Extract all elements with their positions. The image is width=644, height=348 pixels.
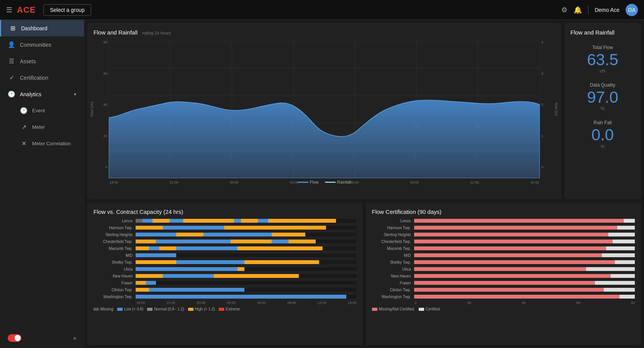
capacity-bar-segment <box>258 219 268 223</box>
flow-certification-title: Flow Certification (90 days) <box>372 208 635 215</box>
cert-bar-white <box>602 253 635 257</box>
capacity-bar-segment <box>170 219 183 223</box>
cert-x-80: 80 <box>631 301 635 305</box>
sidebar-item-communities[interactable]: 👤 Communities <box>0 36 84 53</box>
capacity-row-label: Washington Twp. <box>93 295 136 299</box>
bottom-section: Flow vs. Contract Capacity (24 hrs) Leno… <box>87 202 641 345</box>
cert-x-0: 0 <box>415 301 417 305</box>
cert-bar-white <box>611 274 635 278</box>
capacity-bar-segment <box>176 260 244 264</box>
sidebar-item-meter-correlation[interactable]: ✕ Meter Correlation <box>0 135 84 152</box>
capacity-bar-container <box>136 233 357 236</box>
flow-area <box>109 100 540 178</box>
cert-bar-red <box>414 219 624 223</box>
certification-bar-container <box>414 295 635 299</box>
cap-x-09: 09:00 <box>287 301 296 305</box>
stat-total-flow-unit: cfs <box>570 69 635 73</box>
capacity-bar-segment <box>136 240 156 243</box>
capacity-bar-row: Chesterfield Twp. <box>93 239 357 244</box>
capacity-bar-segment <box>288 240 316 243</box>
flow-certification-chart: LenoxHarrison Twp.Sterling HeightsCheste… <box>372 218 635 311</box>
legend-missing-swatch <box>93 308 99 311</box>
stat-rainfall-unit: in <box>570 144 635 148</box>
select-group-button[interactable]: Select a group <box>43 4 91 16</box>
dashboard-icon: ⊞ <box>9 25 16 32</box>
flow-stats: Total Flow 63.5 cfs Data Quality 97.0 % … <box>570 45 635 148</box>
stat-data-quality-unit: % <box>570 106 635 111</box>
flow-capacity-panel: Flow vs. Contract Capacity (24 hrs) Leno… <box>87 202 363 345</box>
capacity-bar-segment <box>234 219 241 223</box>
legend-extreme-swatch <box>219 308 224 311</box>
capacity-bar-row: New Haven <box>93 273 357 279</box>
capacity-bar-segment <box>136 233 176 236</box>
sidebar-item-event[interactable]: 🕐 Event <box>0 102 84 119</box>
sidebar-item-label: Assets <box>20 58 36 64</box>
cert-bar-red <box>414 274 611 278</box>
y-left-20: 20 <box>103 134 107 138</box>
cert-missing-label: Missing/Not Certified <box>379 307 414 311</box>
capacity-row-label: Shelby Twp. <box>93 260 136 264</box>
avatar: DA <box>626 4 638 16</box>
collapse-button[interactable]: « <box>73 335 76 341</box>
sidebar-item-assets[interactable]: ☰ Assets <box>0 53 84 69</box>
capacity-bar-segment <box>136 253 176 257</box>
stat-data-quality: Data Quality 97.0 % <box>570 82 635 111</box>
capacity-row-label: Utica <box>93 267 136 271</box>
capacity-bar-row: Utica <box>93 266 357 272</box>
stat-total-flow: Total Flow 63.5 cfs <box>570 45 635 73</box>
capacity-row-label: Macomb Twp. <box>93 246 136 251</box>
cert-x-axis: 0 20 40 60 80 <box>372 301 635 305</box>
certification-bar-container <box>414 267 635 271</box>
legend-high-label: High (> 1.2) <box>195 307 215 311</box>
sidebar-item-meter[interactable]: ↗ Meter <box>0 119 84 135</box>
certification-bar-container <box>414 253 635 257</box>
capacity-row-label: Clinton Twp. <box>93 288 136 292</box>
capacity-bar-row: Sterling Heights <box>93 232 357 237</box>
sidebar-item-label: Analytics <box>20 91 41 97</box>
certification-row-label: MID <box>372 253 414 258</box>
toggle-switch[interactable] <box>8 334 21 342</box>
cert-bar-white <box>617 226 635 230</box>
sidebar-item-certification[interactable]: ✓ Certification <box>0 69 84 86</box>
certification-bar-container <box>414 288 635 292</box>
sidebar-item-dashboard[interactable]: ⊞ Dashboard <box>0 20 84 36</box>
stat-total-flow-label: Total Flow <box>570 45 635 50</box>
menu-icon[interactable]: ☰ <box>6 6 12 14</box>
legend-high: High (> 1.2) <box>188 307 215 311</box>
certification-bar-container <box>414 233 635 236</box>
y-right-2: 2 <box>541 103 543 107</box>
topbar-divider <box>588 5 588 15</box>
sidebar-item-label: Meter <box>32 124 45 130</box>
certification-row-label: Lenox <box>372 219 414 223</box>
certification-row-label: New Haven <box>372 274 414 278</box>
y-left-0: 0 <box>105 165 107 169</box>
x-label-03: 03:00 <box>290 181 299 184</box>
certification-row-label: Harrison Twp. <box>372 226 414 230</box>
legend-low-label: Low (< 0.8) <box>124 307 143 311</box>
legend-extreme: Extreme <box>219 307 240 311</box>
cert-x-60: 60 <box>577 301 580 305</box>
user-name: Demo Ace <box>595 7 619 13</box>
cert-x-20: 20 <box>467 301 471 305</box>
capacity-bar-segment <box>176 233 203 236</box>
stat-rainfall: Rain Fall 0.0 in <box>570 120 635 148</box>
certification-row-label: Shelby Twp. <box>372 260 414 264</box>
sidebar-item-analytics[interactable]: 🕐 Analytics ▾ <box>0 86 84 102</box>
legend-normal-swatch <box>147 308 152 311</box>
ace-logo: ACE <box>17 5 36 15</box>
certification-icon: ✓ <box>8 74 15 81</box>
analytics-icon: 🕐 <box>8 90 15 98</box>
flow-chart-svg <box>109 40 540 178</box>
legend-high-swatch <box>188 308 193 311</box>
settings-icon[interactable]: ⚙ <box>561 6 567 14</box>
capacity-bar-segment <box>136 295 346 299</box>
sidebar-footer: « <box>0 328 84 348</box>
capacity-row-label: Lenox <box>93 219 136 223</box>
meter-correlation-icon: ✕ <box>20 140 28 147</box>
notifications-icon[interactable]: 🔔 <box>574 6 582 14</box>
certification-bar-container <box>414 240 635 243</box>
sidebar: ⊞ Dashboard 👤 Communities ☰ Assets ✓ Cer… <box>0 20 84 348</box>
cert-legend: Missing/Not Certified Certified <box>372 307 635 311</box>
legend-missing: Missing <box>93 307 113 311</box>
legend-normal-label: Normal (0.8 - 1.2) <box>154 307 184 311</box>
